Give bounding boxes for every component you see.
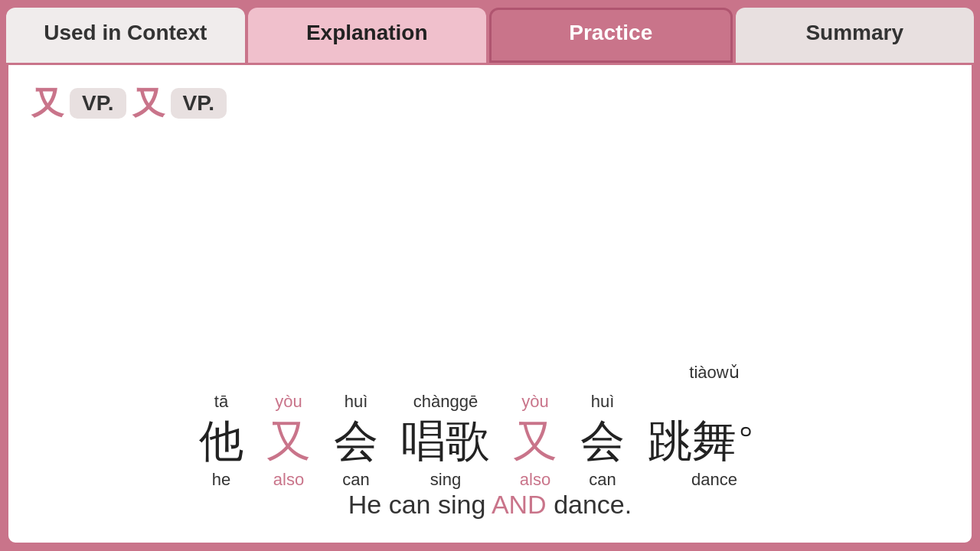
pattern-badge-1: VP. [70, 88, 126, 119]
chinese-hui1: 会 [334, 416, 378, 465]
tab-explanation[interactable]: Explanation [248, 8, 487, 63]
pinyin-you1: yòu [275, 392, 302, 412]
pinyin-ta: tā [214, 392, 228, 412]
chinese-you1: 又 [266, 416, 311, 465]
pattern-char-1: 又 [31, 82, 64, 125]
chinese-changge: 唱歌 [401, 416, 490, 465]
word-tiaowu: tiàowǔ 跳舞 。 dance [648, 363, 781, 490]
translation-after: dance. [547, 490, 632, 519]
tab-context-label: Used in Context [44, 21, 207, 45]
english-hui2: can [589, 470, 616, 490]
pinyin-changge: chànggē [413, 392, 478, 412]
translation: He can sing AND dance. [348, 490, 632, 520]
pinyin-hui1: huì [345, 392, 368, 412]
word-you2: yòu 又 also [513, 392, 557, 490]
tab-summary[interactable]: Summary [736, 8, 975, 63]
english-hui1: can [342, 470, 369, 490]
tab-practice[interactable]: Practice [489, 8, 733, 63]
translation-and: AND [492, 490, 547, 519]
word-hui1: huì 会 can [334, 392, 378, 490]
pattern-badge-2: VP. [171, 88, 227, 119]
translation-before: He can sing [348, 490, 492, 519]
chinese-ta: 他 [199, 416, 243, 465]
tab-bar: Used in Context Explanation Practice Sum… [0, 0, 980, 63]
pinyin-you2: yòu [521, 392, 548, 412]
word-you1: yòu 又 also [266, 392, 311, 490]
word-changge: chànggē 唱歌 sing [401, 392, 490, 490]
chinese-hui2: 会 [580, 416, 625, 465]
english-you2: also [520, 470, 550, 490]
chinese-tiaowu: 跳舞 [648, 416, 737, 465]
pattern-char-2: 又 [132, 82, 165, 125]
english-ta: he [212, 470, 230, 490]
main-content: 又 VP. 又 VP. tā 他 he yòu 又 also huì 会 can… [6, 63, 974, 545]
pattern-area: 又 VP. 又 VP. [8, 65, 250, 132]
english-changge: sing [430, 470, 461, 490]
chinese-you2: 又 [513, 416, 557, 465]
english-you1: also [273, 470, 304, 490]
word-hui2: huì 会 can [580, 392, 625, 490]
tab-summary-label: Summary [805, 21, 903, 45]
pinyin-tiaowu: tiàowǔ [689, 363, 739, 383]
period-mark: 。 [737, 387, 781, 465]
word-ta: tā 他 he [199, 392, 243, 490]
english-tiaowu: dance [691, 470, 737, 490]
tab-practice-label: Practice [569, 21, 652, 45]
pinyin-hui2: huì [591, 392, 615, 412]
tab-used-in-context[interactable]: Used in Context [6, 8, 245, 63]
tab-explanation-label: Explanation [306, 21, 428, 45]
sentence-area: tā 他 he yòu 又 also huì 会 can chànggē 唱歌 … [199, 163, 781, 490]
